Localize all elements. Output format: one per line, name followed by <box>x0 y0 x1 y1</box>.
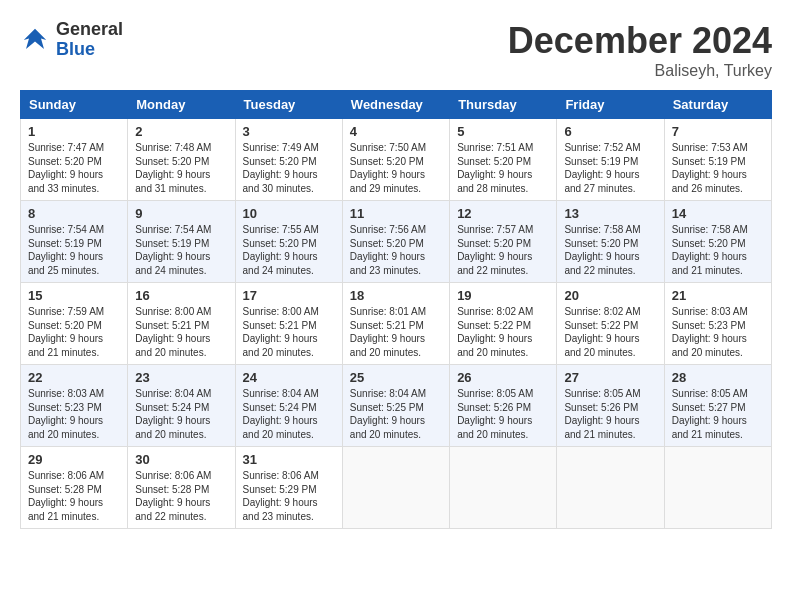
weekday-header-thursday: Thursday <box>450 91 557 119</box>
svg-marker-0 <box>24 29 47 49</box>
day-number: 11 <box>350 206 442 221</box>
weekday-header-monday: Monday <box>128 91 235 119</box>
day-number: 18 <box>350 288 442 303</box>
day-info: Sunrise: 8:02 AM Sunset: 5:22 PM Dayligh… <box>564 305 656 359</box>
day-info: Sunrise: 8:04 AM Sunset: 5:25 PM Dayligh… <box>350 387 442 441</box>
location: Baliseyh, Turkey <box>508 62 772 80</box>
calendar-day-cell: 26 Sunrise: 8:05 AM Sunset: 5:26 PM Dayl… <box>450 365 557 447</box>
day-info: Sunrise: 7:52 AM Sunset: 5:19 PM Dayligh… <box>564 141 656 195</box>
day-number: 5 <box>457 124 549 139</box>
day-info: Sunrise: 8:04 AM Sunset: 5:24 PM Dayligh… <box>243 387 335 441</box>
day-info: Sunrise: 8:06 AM Sunset: 5:28 PM Dayligh… <box>28 469 120 523</box>
day-number: 20 <box>564 288 656 303</box>
calendar-day-cell: 19 Sunrise: 8:02 AM Sunset: 5:22 PM Dayl… <box>450 283 557 365</box>
calendar-day-cell: 8 Sunrise: 7:54 AM Sunset: 5:19 PM Dayli… <box>21 201 128 283</box>
title-section: December 2024 Baliseyh, Turkey <box>508 20 772 80</box>
day-info: Sunrise: 8:00 AM Sunset: 5:21 PM Dayligh… <box>243 305 335 359</box>
logo-text: General Blue <box>56 20 123 60</box>
page-header: General Blue December 2024 Baliseyh, Tur… <box>20 20 772 80</box>
day-info: Sunrise: 8:06 AM Sunset: 5:28 PM Dayligh… <box>135 469 227 523</box>
calendar-day-cell: 18 Sunrise: 8:01 AM Sunset: 5:21 PM Dayl… <box>342 283 449 365</box>
day-info: Sunrise: 8:05 AM Sunset: 5:26 PM Dayligh… <box>564 387 656 441</box>
day-number: 2 <box>135 124 227 139</box>
day-info: Sunrise: 7:48 AM Sunset: 5:20 PM Dayligh… <box>135 141 227 195</box>
day-number: 16 <box>135 288 227 303</box>
empty-cell <box>664 447 771 529</box>
day-number: 27 <box>564 370 656 385</box>
day-number: 7 <box>672 124 764 139</box>
day-info: Sunrise: 7:54 AM Sunset: 5:19 PM Dayligh… <box>28 223 120 277</box>
weekday-header-friday: Friday <box>557 91 664 119</box>
day-number: 12 <box>457 206 549 221</box>
calendar-day-cell: 24 Sunrise: 8:04 AM Sunset: 5:24 PM Dayl… <box>235 365 342 447</box>
calendar-day-cell: 5 Sunrise: 7:51 AM Sunset: 5:20 PM Dayli… <box>450 119 557 201</box>
weekday-header-tuesday: Tuesday <box>235 91 342 119</box>
calendar-week-row: 22 Sunrise: 8:03 AM Sunset: 5:23 PM Dayl… <box>21 365 772 447</box>
day-number: 19 <box>457 288 549 303</box>
calendar-day-cell: 12 Sunrise: 7:57 AM Sunset: 5:20 PM Dayl… <box>450 201 557 283</box>
day-info: Sunrise: 8:04 AM Sunset: 5:24 PM Dayligh… <box>135 387 227 441</box>
day-info: Sunrise: 8:01 AM Sunset: 5:21 PM Dayligh… <box>350 305 442 359</box>
day-number: 4 <box>350 124 442 139</box>
day-number: 10 <box>243 206 335 221</box>
calendar-day-cell: 15 Sunrise: 7:59 AM Sunset: 5:20 PM Dayl… <box>21 283 128 365</box>
empty-cell <box>450 447 557 529</box>
day-number: 1 <box>28 124 120 139</box>
calendar-day-cell: 9 Sunrise: 7:54 AM Sunset: 5:19 PM Dayli… <box>128 201 235 283</box>
weekday-header-sunday: Sunday <box>21 91 128 119</box>
calendar-day-cell: 1 Sunrise: 7:47 AM Sunset: 5:20 PM Dayli… <box>21 119 128 201</box>
day-info: Sunrise: 7:56 AM Sunset: 5:20 PM Dayligh… <box>350 223 442 277</box>
day-info: Sunrise: 7:47 AM Sunset: 5:20 PM Dayligh… <box>28 141 120 195</box>
day-number: 13 <box>564 206 656 221</box>
day-number: 31 <box>243 452 335 467</box>
calendar-day-cell: 22 Sunrise: 8:03 AM Sunset: 5:23 PM Dayl… <box>21 365 128 447</box>
calendar-day-cell: 16 Sunrise: 8:00 AM Sunset: 5:21 PM Dayl… <box>128 283 235 365</box>
calendar-day-cell: 30 Sunrise: 8:06 AM Sunset: 5:28 PM Dayl… <box>128 447 235 529</box>
day-number: 26 <box>457 370 549 385</box>
calendar-day-cell: 4 Sunrise: 7:50 AM Sunset: 5:20 PM Dayli… <box>342 119 449 201</box>
day-number: 8 <box>28 206 120 221</box>
day-number: 9 <box>135 206 227 221</box>
calendar-day-cell: 13 Sunrise: 7:58 AM Sunset: 5:20 PM Dayl… <box>557 201 664 283</box>
day-info: Sunrise: 8:00 AM Sunset: 5:21 PM Dayligh… <box>135 305 227 359</box>
day-info: Sunrise: 7:57 AM Sunset: 5:20 PM Dayligh… <box>457 223 549 277</box>
day-number: 3 <box>243 124 335 139</box>
calendar-table: SundayMondayTuesdayWednesdayThursdayFrid… <box>20 90 772 529</box>
weekday-header-saturday: Saturday <box>664 91 771 119</box>
calendar-day-cell: 3 Sunrise: 7:49 AM Sunset: 5:20 PM Dayli… <box>235 119 342 201</box>
day-number: 17 <box>243 288 335 303</box>
day-number: 14 <box>672 206 764 221</box>
day-number: 30 <box>135 452 227 467</box>
day-info: Sunrise: 7:58 AM Sunset: 5:20 PM Dayligh… <box>672 223 764 277</box>
day-info: Sunrise: 7:59 AM Sunset: 5:20 PM Dayligh… <box>28 305 120 359</box>
day-info: Sunrise: 7:58 AM Sunset: 5:20 PM Dayligh… <box>564 223 656 277</box>
calendar-header-row: SundayMondayTuesdayWednesdayThursdayFrid… <box>21 91 772 119</box>
calendar-week-row: 1 Sunrise: 7:47 AM Sunset: 5:20 PM Dayli… <box>21 119 772 201</box>
calendar-day-cell: 23 Sunrise: 8:04 AM Sunset: 5:24 PM Dayl… <box>128 365 235 447</box>
day-info: Sunrise: 8:03 AM Sunset: 5:23 PM Dayligh… <box>28 387 120 441</box>
weekday-header-wednesday: Wednesday <box>342 91 449 119</box>
day-number: 25 <box>350 370 442 385</box>
day-info: Sunrise: 8:03 AM Sunset: 5:23 PM Dayligh… <box>672 305 764 359</box>
day-number: 6 <box>564 124 656 139</box>
day-number: 15 <box>28 288 120 303</box>
empty-cell <box>342 447 449 529</box>
calendar-week-row: 29 Sunrise: 8:06 AM Sunset: 5:28 PM Dayl… <box>21 447 772 529</box>
calendar-day-cell: 25 Sunrise: 8:04 AM Sunset: 5:25 PM Dayl… <box>342 365 449 447</box>
day-number: 21 <box>672 288 764 303</box>
calendar-day-cell: 14 Sunrise: 7:58 AM Sunset: 5:20 PM Dayl… <box>664 201 771 283</box>
day-info: Sunrise: 8:02 AM Sunset: 5:22 PM Dayligh… <box>457 305 549 359</box>
day-info: Sunrise: 8:05 AM Sunset: 5:26 PM Dayligh… <box>457 387 549 441</box>
calendar-day-cell: 11 Sunrise: 7:56 AM Sunset: 5:20 PM Dayl… <box>342 201 449 283</box>
day-number: 22 <box>28 370 120 385</box>
day-info: Sunrise: 7:51 AM Sunset: 5:20 PM Dayligh… <box>457 141 549 195</box>
calendar-day-cell: 27 Sunrise: 8:05 AM Sunset: 5:26 PM Dayl… <box>557 365 664 447</box>
day-info: Sunrise: 7:49 AM Sunset: 5:20 PM Dayligh… <box>243 141 335 195</box>
calendar-day-cell: 6 Sunrise: 7:52 AM Sunset: 5:19 PM Dayli… <box>557 119 664 201</box>
day-number: 29 <box>28 452 120 467</box>
calendar-day-cell: 7 Sunrise: 7:53 AM Sunset: 5:19 PM Dayli… <box>664 119 771 201</box>
calendar-day-cell: 21 Sunrise: 8:03 AM Sunset: 5:23 PM Dayl… <box>664 283 771 365</box>
calendar-day-cell: 2 Sunrise: 7:48 AM Sunset: 5:20 PM Dayli… <box>128 119 235 201</box>
calendar-day-cell: 31 Sunrise: 8:06 AM Sunset: 5:29 PM Dayl… <box>235 447 342 529</box>
logo: General Blue <box>20 20 123 60</box>
